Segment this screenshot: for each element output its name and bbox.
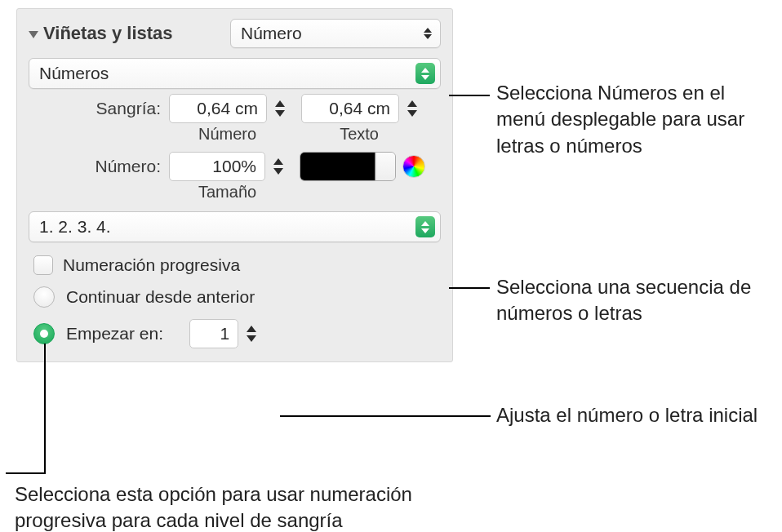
leader-line: [449, 287, 490, 289]
indent-number-stepper[interactable]: 0,64 cm: [169, 94, 288, 123]
list-type-popup[interactable]: Número: [230, 19, 441, 48]
start-at-row: Empezar en: 1: [33, 319, 441, 348]
number-size-field[interactable]: 100%: [169, 152, 265, 181]
callout-sequence-popup: Selecciona una secuencia de números o le…: [496, 274, 766, 327]
popup-arrows-icon: [422, 28, 433, 39]
stepper-arrows-icon[interactable]: [272, 94, 288, 123]
section-header-row: Viñetas y listas Número: [29, 19, 441, 48]
indent-number-value: 0,64 cm: [197, 99, 258, 118]
section-disclosure[interactable]: Viñetas y listas: [29, 23, 173, 44]
sequence-popup[interactable]: 1. 2. 3. 4.: [29, 211, 441, 242]
number-style-row: Números: [29, 58, 441, 89]
indent-text-caption: Texto: [340, 125, 379, 144]
swatch-dropdown[interactable]: [375, 153, 395, 180]
color-wheel-icon[interactable]: [402, 155, 425, 178]
list-type-value: Número: [241, 24, 302, 43]
number-style-value: Números: [39, 64, 109, 83]
leader-line: [449, 95, 490, 96]
number-size-row: Número: 100%: [61, 152, 441, 181]
continue-radio-label: Continuar desde anterior: [66, 287, 255, 307]
chevron-down-icon: [29, 31, 38, 38]
popup-arrows-icon: [415, 216, 435, 237]
number-size-caption-row: Tamaño: [198, 183, 441, 202]
number-size-caption: Tamaño: [198, 183, 256, 202]
number-size-label: Número:: [61, 157, 161, 176]
indent-text-stepper[interactable]: 0,64 cm: [301, 94, 420, 123]
continue-from-previous-row: Continuar desde anterior: [33, 286, 441, 308]
start-at-radio[interactable]: [33, 323, 55, 344]
number-size-stepper[interactable]: 100%: [169, 152, 287, 181]
indent-number-field[interactable]: 0,64 cm: [169, 94, 267, 123]
leader-line: [6, 472, 46, 474]
stepper-arrows-icon[interactable]: [243, 319, 260, 348]
progressive-numbering-checkbox[interactable]: [33, 255, 53, 275]
leader-line: [44, 344, 46, 472]
number-color-swatch[interactable]: [300, 152, 396, 181]
number-size-value: 100%: [212, 157, 256, 176]
start-at-label: Empezar en:: [66, 324, 163, 344]
start-at-stepper[interactable]: 1: [189, 319, 260, 348]
bullets-lists-panel: Viñetas y listas Número Números Sangría:…: [16, 8, 453, 362]
progressive-numbering-row: Numeración progresiva: [33, 255, 441, 275]
sequence-row: 1. 2. 3. 4.: [29, 211, 441, 242]
number-style-popup[interactable]: Números: [29, 58, 441, 89]
indent-number-caption: Número: [198, 125, 256, 144]
leader-line: [280, 415, 491, 417]
sequence-value: 1. 2. 3. 4.: [39, 217, 111, 237]
start-at-value: 1: [220, 324, 229, 344]
indent-text-field[interactable]: 0,64 cm: [301, 94, 399, 123]
swatch-color: [300, 153, 375, 180]
indent-captions-row: Número Texto: [198, 125, 441, 144]
indent-row: Sangría: 0,64 cm 0,64 cm: [61, 94, 441, 123]
progressive-numbering-label: Numeración progresiva: [63, 255, 240, 275]
stepper-arrows-icon[interactable]: [270, 152, 287, 181]
indent-text-value: 0,64 cm: [329, 99, 390, 118]
continue-radio[interactable]: [33, 286, 55, 308]
section-title: Viñetas y listas: [43, 23, 173, 44]
popup-arrows-icon: [415, 63, 435, 84]
stepper-arrows-icon[interactable]: [404, 94, 420, 123]
indent-label: Sangría:: [61, 99, 161, 118]
callout-start-value: Ajusta el número o letra inicial: [496, 402, 766, 428]
callout-progressive: Selecciona esta opción para usar numerac…: [15, 481, 488, 532]
callout-style-popup: Selecciona Números en el menú desplegabl…: [496, 80, 766, 159]
start-at-field[interactable]: 1: [189, 319, 238, 348]
